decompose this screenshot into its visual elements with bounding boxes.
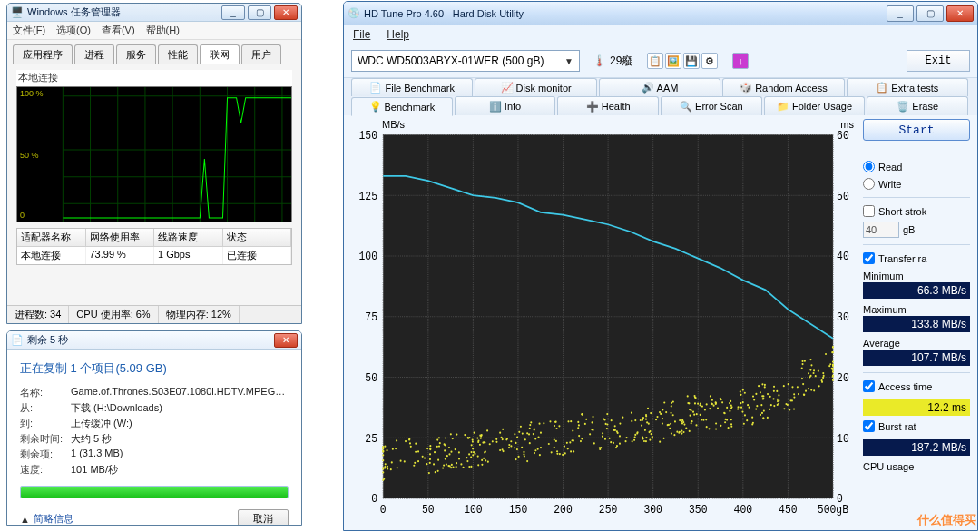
cancel-button[interactable]: 取消 xyxy=(238,509,289,526)
svg-text:50: 50 xyxy=(837,190,849,202)
svg-point-289 xyxy=(417,450,419,452)
close-button[interactable]: ✕ xyxy=(274,333,298,348)
svg-point-279 xyxy=(529,442,531,444)
screenshot-icon[interactable]: 🖼️ xyxy=(665,53,681,69)
svg-point-504 xyxy=(481,459,483,461)
svg-point-284 xyxy=(391,461,393,463)
hdt-menu-file[interactable]: File xyxy=(353,28,370,41)
hdt-titlebar[interactable]: 💿 HD Tune Pro 4.60 - Hard Disk Utility _… xyxy=(344,2,977,25)
col-state[interactable]: 状态 xyxy=(223,229,292,247)
close-button[interactable]: ✕ xyxy=(946,5,974,22)
minimize-button[interactable]: _ xyxy=(221,5,245,20)
svg-point-546 xyxy=(578,435,580,437)
network-table: 适配器名称 网络使用率 线路速度 状态 本地连接 73.99 % 1 Gbps … xyxy=(16,228,292,265)
tm-menu-options[interactable]: 选项(O) xyxy=(56,24,91,37)
tab-random-access[interactable]: 🎲Random Access xyxy=(722,78,844,96)
svg-point-132 xyxy=(744,414,746,416)
tab-health[interactable]: ➕Health xyxy=(557,96,659,115)
svg-point-317 xyxy=(495,438,497,440)
svg-point-512 xyxy=(489,443,491,445)
svg-point-426 xyxy=(584,423,586,425)
access-time-check[interactable]: Access time xyxy=(863,379,970,393)
burst-check[interactable]: Burst rat xyxy=(863,419,970,433)
tab-disk-monitor[interactable]: 📈Disk monitor xyxy=(475,78,596,96)
close-button[interactable]: ✕ xyxy=(274,5,298,20)
tab-error-scan[interactable]: 🔍Error Scan xyxy=(661,96,762,115)
tab-network[interactable]: 联网 xyxy=(200,44,240,64)
tab-apps[interactable]: 应用程序 xyxy=(13,44,73,64)
access-value: 12.2 ms xyxy=(863,399,970,416)
folder-icon: 📁 xyxy=(777,101,789,113)
svg-point-134 xyxy=(713,405,715,407)
svg-point-122 xyxy=(640,419,642,421)
svg-point-278 xyxy=(435,471,436,473)
table-row[interactable]: 本地连接 73.99 % 1 Gbps 已连接 xyxy=(17,247,291,264)
svg-point-108 xyxy=(428,472,430,474)
svg-point-495 xyxy=(720,398,721,399)
tab-aam[interactable]: 🔊AAM xyxy=(599,78,720,96)
tab-services[interactable]: 服务 xyxy=(116,44,156,64)
tab-erase[interactable]: 🗑️Erase xyxy=(867,96,968,115)
svg-point-142 xyxy=(645,419,647,420)
short-stroke-value[interactable] xyxy=(863,222,899,238)
svg-point-330 xyxy=(648,423,650,425)
exit-button[interactable]: Exit xyxy=(906,50,970,72)
svg-point-480 xyxy=(447,465,449,467)
svg-point-380 xyxy=(693,414,695,416)
tab-info[interactable]: ℹ️Info xyxy=(455,96,556,115)
svg-text:0: 0 xyxy=(371,493,377,506)
start-button[interactable]: Start xyxy=(863,119,970,141)
tab-benchmark[interactable]: 💡Benchmark xyxy=(351,97,453,116)
col-linkspeed[interactable]: 线路速度 xyxy=(154,229,223,247)
svg-point-105 xyxy=(665,411,667,413)
tm-menu-help[interactable]: 帮助(H) xyxy=(146,24,180,37)
hdt-app-icon: 💿 xyxy=(348,7,360,20)
tm-menu-view[interactable]: 查看(V) xyxy=(102,24,135,37)
less-info-link[interactable]: 简略信息 xyxy=(34,512,74,526)
drive-select[interactable]: WDC WD5003ABYX-01WER (500 gB) ▼ xyxy=(351,50,580,72)
svg-point-197 xyxy=(444,444,446,446)
svg-point-295 xyxy=(788,383,789,385)
chevron-up-icon[interactable]: ▲ xyxy=(20,514,30,525)
tm-menu-file[interactable]: 文件(F) xyxy=(13,24,45,37)
read-radio[interactable]: Read xyxy=(863,160,970,173)
svg-point-348 xyxy=(803,394,805,396)
tab-extra-tests[interactable]: 📋Extra tests xyxy=(847,78,968,96)
down-icon[interactable]: ↓ xyxy=(732,53,749,69)
col-adapter[interactable]: 适配器名称 xyxy=(17,229,86,247)
svg-point-352 xyxy=(503,450,505,452)
svg-point-234 xyxy=(783,408,785,409)
svg-point-187 xyxy=(559,453,561,455)
svg-point-100 xyxy=(763,409,765,411)
minimize-button[interactable]: _ xyxy=(887,5,914,22)
copy-titlebar[interactable]: 📄 剩余 5 秒 ✕ xyxy=(7,331,301,350)
svg-point-333 xyxy=(641,425,642,427)
tab-procs[interactable]: 进程 xyxy=(74,44,114,64)
svg-point-116 xyxy=(445,437,446,438)
maximize-button[interactable]: ▢ xyxy=(916,5,944,22)
col-util[interactable]: 网络使用率 xyxy=(86,229,155,247)
tab-users[interactable]: 用户 xyxy=(241,44,281,64)
svg-point-154 xyxy=(812,372,814,374)
settings-icon[interactable]: ⚙ xyxy=(701,53,718,69)
svg-point-413 xyxy=(670,423,671,425)
hdt-menubar: File Help xyxy=(344,25,977,44)
svg-point-244 xyxy=(499,432,501,434)
svg-point-490 xyxy=(762,417,764,419)
maximize-button[interactable]: ▢ xyxy=(248,5,271,20)
hdt-menu-help[interactable]: Help xyxy=(387,28,409,41)
write-radio[interactable]: Write xyxy=(863,177,970,191)
tab-folder-usage[interactable]: 📁Folder Usage xyxy=(764,96,866,115)
save-icon[interactable]: 💾 xyxy=(683,53,700,69)
tab-perf[interactable]: 性能 xyxy=(158,44,198,64)
tab-file-benchmark[interactable]: 📄File Benchmark xyxy=(351,78,473,96)
svg-point-283 xyxy=(751,417,753,419)
list-icon: 📋 xyxy=(876,82,887,94)
svg-point-243 xyxy=(636,432,638,434)
svg-point-412 xyxy=(679,419,681,421)
copy-icon[interactable]: 📋 xyxy=(647,53,663,69)
tm-titlebar[interactable]: 🖥️ Windows 任务管理器 _ ▢ ✕ xyxy=(7,4,301,22)
transfer-check[interactable]: Transfer ra xyxy=(863,251,970,265)
svg-point-340 xyxy=(481,464,483,466)
short-stroke-check[interactable]: Short strok xyxy=(863,204,970,218)
